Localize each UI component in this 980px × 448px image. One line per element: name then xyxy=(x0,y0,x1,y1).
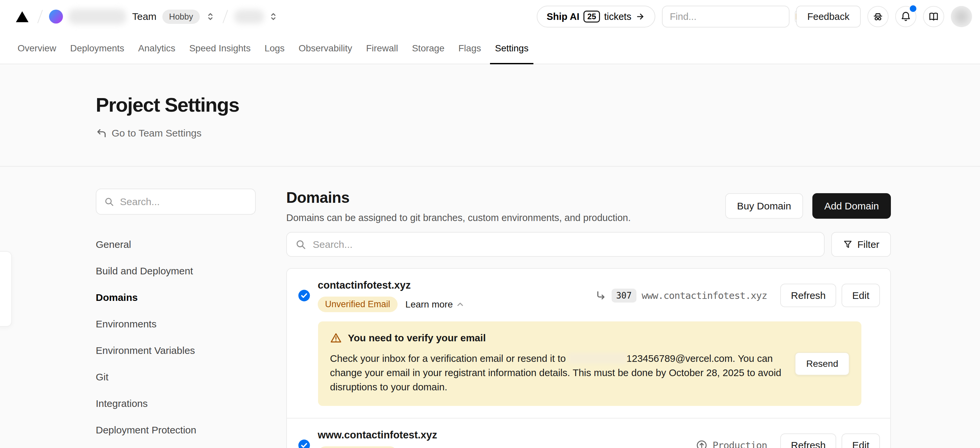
circle-arrow-up-icon xyxy=(696,440,707,448)
tab-observability[interactable]: Observability xyxy=(291,33,359,64)
verified-check-icon xyxy=(298,289,310,302)
resend-button[interactable]: Resend xyxy=(795,352,850,375)
project-switcher-chevron-icon[interactable] xyxy=(267,10,279,23)
feedback-button[interactable]: Feedback xyxy=(796,6,861,27)
funnel-icon xyxy=(843,239,853,250)
tab-settings[interactable]: Settings xyxy=(488,33,535,64)
ship-ai-tickets-button[interactable]: Ship AI 25 tickets xyxy=(537,6,655,27)
sidebar-search-input[interactable] xyxy=(120,196,248,207)
page-header: Project Settings Go to Team Settings xyxy=(0,64,980,167)
find-search-box[interactable]: F xyxy=(662,6,789,27)
settings-content: General Build and Deployment Domains Env… xyxy=(0,167,980,448)
ship-button-prefix: Ship AI xyxy=(547,11,579,22)
warning-triangle-icon xyxy=(330,332,342,344)
go-to-team-settings-link[interactable]: Go to Team Settings xyxy=(96,128,201,139)
notifications-button[interactable] xyxy=(895,6,916,27)
learn-more-link[interactable]: Learn more xyxy=(406,299,465,310)
domains-list-card: contactinfotest.xyz Unverified Email Lea… xyxy=(286,268,891,448)
domains-title: Domains xyxy=(286,188,631,206)
tab-flags[interactable]: Flags xyxy=(452,33,488,64)
domains-section: Domains Domains can be assigned to git b… xyxy=(286,188,891,448)
edge-toast-sliver xyxy=(0,251,12,327)
team-avatar[interactable] xyxy=(49,10,63,24)
redirect-target: www.contactinfotest.xyz xyxy=(642,290,767,301)
tab-speed-insights[interactable]: Speed Insights xyxy=(182,33,258,64)
go-to-team-settings-label: Go to Team Settings xyxy=(111,128,201,139)
incognito-icon xyxy=(872,11,884,22)
return-arrow-icon xyxy=(96,128,107,139)
sidebar-nav-list: General Build and Deployment Domains Env… xyxy=(96,231,256,443)
unverified-email-badge: Unverified Email xyxy=(318,297,398,312)
ship-button-count: 25 xyxy=(584,11,600,22)
sidebar-search-box[interactable] xyxy=(96,188,256,215)
tab-logs[interactable]: Logs xyxy=(258,33,291,64)
environment-label: Production xyxy=(713,440,767,448)
sidebar-item-build-and-deployment[interactable]: Build and Deployment xyxy=(96,258,256,284)
add-domain-button[interactable]: Add Domain xyxy=(812,193,891,219)
edit-button[interactable]: Edit xyxy=(842,434,880,448)
domain-name[interactable]: www.contactinfotest.xyz xyxy=(318,429,465,442)
sidebar-item-environment-variables[interactable]: Environment Variables xyxy=(96,337,256,364)
project-tab-bar: Overview Deployments Analytics Speed Ins… xyxy=(0,33,980,64)
breadcrumb-slash xyxy=(37,10,43,23)
settings-sidebar: General Build and Deployment Domains Env… xyxy=(96,188,256,448)
domain-name[interactable]: contactinfotest.xyz xyxy=(318,279,465,292)
user-avatar[interactable] xyxy=(951,6,972,27)
refresh-button[interactable]: Refresh xyxy=(780,284,836,307)
find-input[interactable] xyxy=(670,11,795,22)
domains-search-input[interactable] xyxy=(313,239,816,250)
tab-analytics[interactable]: Analytics xyxy=(131,33,182,64)
sidebar-item-integrations[interactable]: Integrations xyxy=(96,391,256,417)
domains-search-box[interactable] xyxy=(286,232,825,257)
domains-description: Domains can be assigned to git branches,… xyxy=(286,212,631,223)
domain-row-contactinfotest: contactinfotest.xyz Unverified Email Lea… xyxy=(287,269,890,418)
search-icon xyxy=(295,239,307,250)
unverified-email-badge: Unverified Email xyxy=(318,446,398,448)
tab-deployments[interactable]: Deployments xyxy=(63,33,131,64)
arrow-right-icon xyxy=(635,11,645,22)
domain-row-www-contactinfotest: www.contactinfotest.xyz Unverified Email… xyxy=(287,418,890,448)
redirect-status-badge: 307 xyxy=(612,289,636,303)
warning-body: Check your inbox for a verification emai… xyxy=(330,351,794,394)
notification-dot xyxy=(910,5,916,12)
refresh-button[interactable]: Refresh xyxy=(780,434,836,448)
tab-overview[interactable]: Overview xyxy=(11,33,63,64)
sidebar-item-deployment-protection[interactable]: Deployment Protection xyxy=(96,417,256,443)
team-label: Team xyxy=(132,11,156,22)
team-name-redacted xyxy=(68,9,126,24)
redacted-email-prefix xyxy=(568,352,627,364)
tab-firewall[interactable]: Firewall xyxy=(359,33,405,64)
chevron-up-icon xyxy=(455,300,465,309)
filter-button[interactable]: Filter xyxy=(831,232,891,257)
ship-button-suffix: tickets xyxy=(604,11,631,22)
team-switcher-chevron-icon[interactable] xyxy=(204,10,216,23)
tab-storage[interactable]: Storage xyxy=(405,33,451,64)
buy-domain-button[interactable]: Buy Domain xyxy=(725,193,803,219)
book-icon xyxy=(928,11,939,22)
warning-title: You need to verify your email xyxy=(348,332,486,344)
sidebar-item-environments[interactable]: Environments xyxy=(96,311,256,337)
breadcrumb-slash xyxy=(223,10,228,23)
top-navigation-bar: Team Hobby Ship AI 25 tickets F Feedback xyxy=(0,0,980,33)
docs-button[interactable] xyxy=(923,6,944,27)
sidebar-item-domains[interactable]: Domains xyxy=(96,284,256,311)
sidebar-item-general[interactable]: General xyxy=(96,231,256,258)
sidebar-item-git[interactable]: Git xyxy=(96,364,256,391)
vercel-logo-icon[interactable] xyxy=(16,11,29,22)
search-icon xyxy=(104,196,115,208)
redirect-arrow-icon xyxy=(595,290,606,301)
page-title: Project Settings xyxy=(96,93,980,116)
verify-email-warning: You need to verify your email Check your… xyxy=(318,321,861,406)
bell-icon xyxy=(900,11,912,22)
project-name-redacted xyxy=(234,10,264,24)
incognito-button[interactable] xyxy=(867,6,889,27)
plan-badge: Hobby xyxy=(162,10,199,24)
verified-check-icon xyxy=(298,439,310,448)
edit-button[interactable]: Edit xyxy=(842,284,880,307)
filter-label: Filter xyxy=(858,239,880,250)
